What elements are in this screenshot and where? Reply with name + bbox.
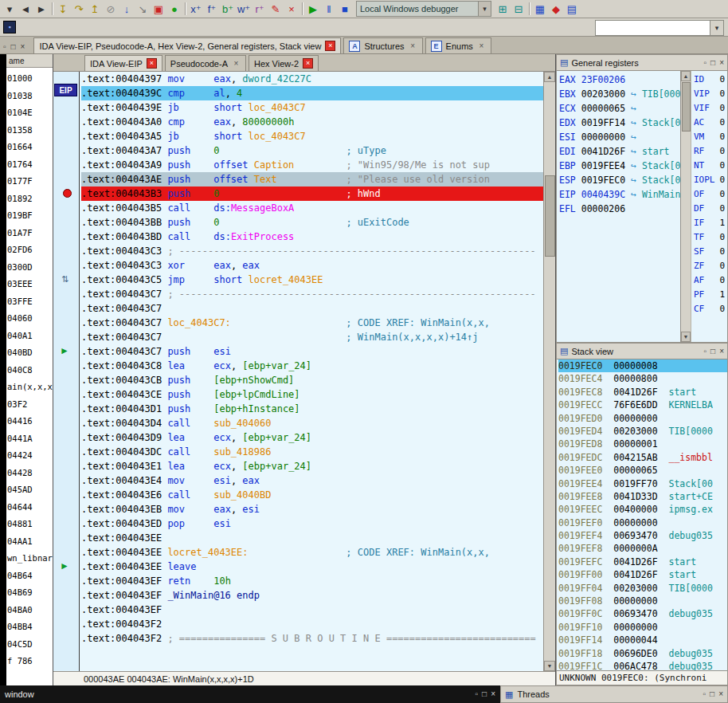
disasm-line[interactable]: .text:004043A5 jb short loc_4043C7: [81, 129, 543, 143]
flag-value[interactable]: 0: [719, 144, 725, 159]
stack-row[interactable]: 0019FEE4 0019FF70 Stack[00: [558, 477, 727, 490]
modules-window-icon[interactable]: ◆: [548, 2, 564, 17]
step-over-icon[interactable]: ↷: [71, 2, 87, 17]
flag-row[interactable]: IOPL0: [691, 173, 727, 187]
disasm-line[interactable]: .text:004043E4 mov esi, eax: [81, 473, 543, 488]
float-button[interactable]: ▫: [704, 59, 707, 67]
step-into-icon[interactable]: ↧: [55, 2, 71, 17]
flag-row[interactable]: ZF0: [691, 259, 727, 273]
disasm-line[interactable]: .text:004043EF _WinMain@16 endp: [81, 588, 543, 603]
subtab-hex-view-2[interactable]: Hex View-2×: [249, 55, 319, 71]
stack-row[interactable]: 0019FF18 00696DE0 debug035: [558, 647, 727, 660]
toolbar-overflow-icon[interactable]: ▾: [2, 2, 18, 17]
pause-key-icon[interactable]: ⊘: [103, 2, 119, 17]
stack-row[interactable]: 0019FED8 00000001: [558, 438, 727, 450]
stack-row[interactable]: 0019FEC8 0041D26F start: [558, 386, 727, 399]
disasm-line[interactable]: .text:004043A9 push offset Caption ; "Wi…: [81, 158, 543, 172]
names-list-item[interactable]: 0300D: [7, 259, 53, 277]
flag-row[interactable]: AC0: [691, 116, 727, 130]
disasm-line[interactable]: .text:004043ED pop esi: [81, 516, 543, 531]
close-panel-icon[interactable]: ×: [21, 43, 25, 51]
close-button[interactable]: ×: [718, 690, 723, 698]
disasm-line[interactable]: .text:004043AE push offset Text ; "Pleas…: [81, 172, 543, 187]
names-list-item[interactable]: 01038: [7, 88, 53, 105]
flag-row[interactable]: TF0: [691, 230, 727, 245]
flag-value[interactable]: 0: [719, 101, 725, 116]
flag-row[interactable]: CF0: [691, 302, 727, 316]
scroll-down-icon[interactable]: ▼: [544, 661, 555, 671]
names-list-item[interactable]: 045AD: [7, 481, 53, 499]
flag-value[interactable]: 0: [719, 130, 725, 144]
tab-enums[interactable]: EEnums×: [425, 37, 491, 53]
names-list-item[interactable]: 01A7F: [7, 225, 53, 242]
run-to-cursor-icon[interactable]: ↓: [119, 2, 135, 17]
flag-row[interactable]: VIF0: [691, 101, 727, 116]
names-list-item[interactable]: f 786: [7, 653, 53, 670]
names-list-item[interactable]: 04B69: [7, 584, 53, 602]
names-list-item[interactable]: 03EEE: [7, 276, 53, 293]
register-value[interactable]: 23F00206: [581, 74, 625, 85]
register-row[interactable]: ESP 0019FEC0 ↪ Stack[00: [559, 173, 680, 187]
names-list-item[interactable]: 01000: [7, 70, 53, 88]
flag-value[interactable]: 0: [719, 159, 725, 173]
scroll-up-icon[interactable]: ▲: [681, 71, 691, 81]
names-list-item[interactable]: 04644: [7, 499, 53, 516]
nav-back-icon[interactable]: ◄: [18, 2, 33, 17]
register-value[interactable]: 0040439C: [581, 189, 625, 200]
float-button[interactable]: ▫: [704, 348, 707, 355]
debugger-selector-combo[interactable]: Local Windows debugger▾: [356, 1, 491, 17]
disasm-line[interactable]: .text:004043BB push 0 ; uExitCode: [81, 215, 543, 230]
add-write-trace-icon[interactable]: w⁺: [236, 2, 252, 17]
stack-row[interactable]: 0019FF00 0041D26F start: [558, 568, 727, 581]
register-jump-icon[interactable]: ↪: [625, 103, 642, 114]
names-list-item[interactable]: 04416: [7, 413, 53, 430]
flag-value[interactable]: 1: [719, 216, 725, 230]
maximize-button[interactable]: □: [710, 348, 715, 355]
names-list-item[interactable]: 04424: [7, 447, 53, 465]
close-tab-icon[interactable]: ×: [325, 41, 335, 51]
disasm-line[interactable]: .text:0040439E jb short loc_4043C7: [81, 100, 543, 115]
flag-row[interactable]: VM0: [691, 130, 727, 144]
disasm-line[interactable]: .text:004043EE locret_4043EE: ; CODE XRE…: [81, 545, 543, 560]
names-list-item[interactable]: 04C5D: [7, 636, 53, 654]
stack-row[interactable]: 0019FEEC 00400000 ipmsg.ex: [558, 503, 727, 516]
names-list-item[interactable]: 03F2: [7, 396, 53, 414]
names-list-item[interactable]: 0441A: [7, 430, 53, 448]
names-list-item[interactable]: 04881: [7, 516, 53, 533]
close-tab-icon[interactable]: ×: [303, 58, 313, 69]
stack-row[interactable]: 0019FF08 00000000: [558, 595, 727, 607]
disasm-line[interactable]: .text:004043C3 xor eax, eax: [81, 258, 543, 273]
maximize-panel-icon[interactable]: □: [11, 43, 16, 51]
register-value[interactable]: 00000206: [581, 203, 625, 214]
scroll-down-icon[interactable]: ▼: [681, 332, 691, 342]
maximize-button[interactable]: □: [482, 690, 487, 698]
register-jump-icon[interactable]: ↪: [625, 88, 642, 100]
names-list-item[interactable]: wn_libnar: [7, 550, 53, 568]
disasm-line[interactable]: .text:004043EB mov eax, esi: [81, 502, 543, 516]
disasm-scrollbar[interactable]: ▲ ▼: [543, 72, 555, 671]
subtab-ida-view-eip[interactable]: IDA View-EIP×: [84, 55, 162, 71]
flag-value[interactable]: 0: [719, 173, 725, 187]
stack-row[interactable]: 0019FED0 00000000: [558, 412, 727, 425]
disasm-line[interactable]: .text:004043CB push [ebp+nShowCmd]: [81, 373, 543, 387]
subtab-pseudocode-a[interactable]: Pseudocode-A×: [165, 55, 246, 71]
pause-process-icon[interactable]: ‖: [321, 2, 337, 17]
disasm-line[interactable]: .text:004043EE: [81, 531, 543, 545]
register-row[interactable]: EBX 00203000 ↪ TIB[0000: [559, 87, 680, 101]
disasm-line[interactable]: .text:00404397 mov eax, dword_42C27C: [81, 72, 543, 86]
disasm-line[interactable]: .text:004043EF retn 10h: [81, 574, 543, 588]
register-jump-icon[interactable]: ↪: [625, 146, 642, 157]
clear-trace-icon[interactable]: ×: [284, 2, 299, 17]
stack-row[interactable]: 0019FF0C 00693470 debug035: [558, 607, 727, 620]
register-row[interactable]: EDI 0041D26F ↪ start: [559, 144, 680, 159]
names-list-item[interactable]: 040C8: [7, 362, 53, 379]
flag-value[interactable]: 0: [719, 73, 725, 87]
function-tracing-icon[interactable]: f⁺: [204, 2, 220, 17]
close-button[interactable]: ×: [719, 348, 724, 355]
disasm-line[interactable]: .text:004043E6 call sub_4040BD: [81, 488, 543, 502]
close-button[interactable]: ×: [719, 59, 724, 67]
disasm-line[interactable]: .text:004043D4 call sub_404060: [81, 416, 543, 430]
names-list-item[interactable]: 040BD: [7, 344, 53, 362]
flag-row[interactable]: OF0: [691, 187, 727, 202]
register-jump-icon[interactable]: ↪: [625, 132, 642, 143]
